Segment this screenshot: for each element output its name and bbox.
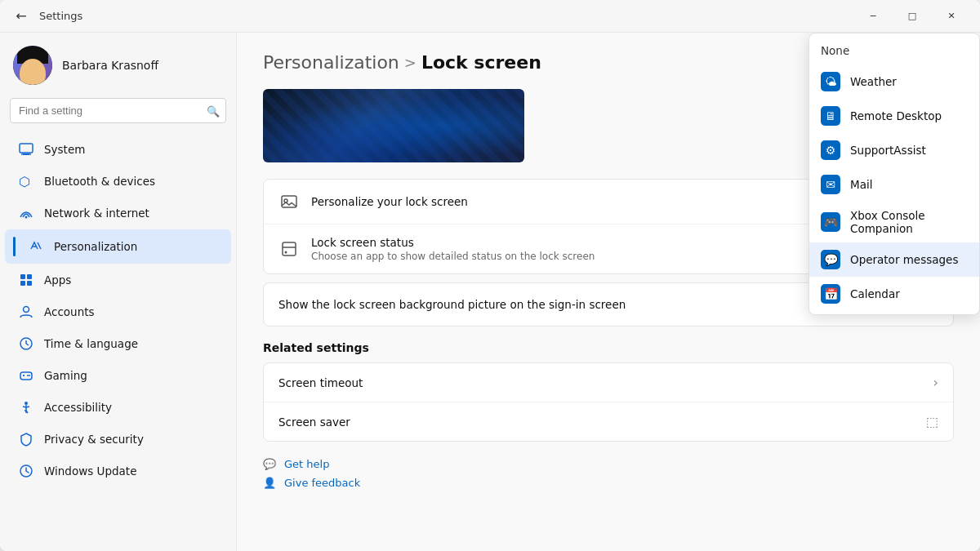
support-app-icon: ⚙ bbox=[821, 140, 840, 160]
svg-rect-10 bbox=[27, 281, 32, 286]
sidebar-item-system[interactable]: System bbox=[5, 134, 231, 165]
external-link-icon: ⬚ bbox=[926, 414, 938, 429]
sidebar-item-update[interactable]: Windows Update bbox=[5, 455, 231, 487]
svg-rect-25 bbox=[283, 242, 296, 256]
get-help-label: Get help bbox=[284, 458, 329, 470]
breadcrumb-current: Lock screen bbox=[421, 52, 541, 73]
window-title: Settings bbox=[39, 10, 82, 22]
screen-saver-row[interactable]: Screen saver ⬚ bbox=[264, 402, 953, 441]
sidebar-item-label: Network & internet bbox=[44, 207, 149, 220]
maximize-button[interactable]: □ bbox=[893, 3, 931, 29]
user-profile[interactable]: Barbara Krasnoff bbox=[0, 33, 236, 95]
svg-rect-0 bbox=[20, 144, 33, 153]
screen-timeout-title: Screen timeout bbox=[278, 376, 922, 389]
sidebar-item-network[interactable]: Network & internet bbox=[5, 198, 231, 229]
privacy-nav-icon bbox=[18, 431, 34, 447]
sidebar-item-label: System bbox=[44, 143, 85, 156]
mail-label: Mail bbox=[850, 178, 872, 191]
dropdown-remote[interactable]: 🖥 Remote Desktop bbox=[809, 99, 979, 133]
get-help-link[interactable]: 💬 Get help bbox=[263, 458, 954, 470]
help-links: 💬 Get help 👤 Give feedback bbox=[263, 458, 954, 489]
sidebar-item-apps[interactable]: Apps bbox=[5, 264, 231, 295]
signin-text: Show the lock screen background picture … bbox=[278, 298, 871, 311]
signin-title: Show the lock screen background picture … bbox=[278, 298, 871, 311]
settings-window: ← Settings − □ ✕ Barbara Krasnoff 🔍 bbox=[0, 0, 980, 551]
dropdown-mail[interactable]: ✉ Mail bbox=[809, 167, 979, 202]
bluetooth-nav-icon: ⬡ bbox=[18, 173, 34, 189]
update-nav-icon bbox=[18, 463, 34, 479]
sidebar-item-personalization[interactable]: Personalization bbox=[5, 229, 231, 264]
xbox-label: Xbox Console Companion bbox=[850, 209, 968, 235]
weather-label: Weather bbox=[850, 75, 897, 88]
xbox-app-icon: 🎮 bbox=[821, 212, 840, 232]
time-nav-icon bbox=[18, 335, 34, 352]
minimize-button[interactable]: − bbox=[854, 3, 892, 29]
close-button[interactable]: ✕ bbox=[933, 3, 970, 29]
svg-point-19 bbox=[29, 375, 30, 376]
breadcrumb-sep: > bbox=[404, 54, 416, 71]
window-controls: − □ ✕ bbox=[854, 3, 970, 29]
svg-line-6 bbox=[38, 242, 41, 249]
related-settings-label: Related settings bbox=[263, 341, 954, 354]
personalization-nav-icon bbox=[28, 238, 44, 255]
screen-saver-text: Screen saver bbox=[278, 415, 915, 429]
weather-app-icon: 🌤 bbox=[821, 72, 840, 91]
dropdown-calendar[interactable]: 📅 Calendar bbox=[809, 277, 979, 311]
sidebar-item-accounts[interactable]: Accounts bbox=[5, 296, 231, 327]
sidebar-item-label: Time & language bbox=[44, 337, 138, 350]
sidebar-item-label: Bluetooth & devices bbox=[44, 175, 155, 188]
svg-line-14 bbox=[26, 344, 29, 345]
dropdown-none[interactable]: None bbox=[809, 37, 979, 64]
sidebar-item-label: Personalization bbox=[54, 240, 137, 253]
screen-timeout-chevron: › bbox=[933, 375, 938, 390]
sidebar-item-label: Gaming bbox=[44, 369, 87, 382]
dropdown-menu: None 🌤 Weather 🖥 Remote Desktop ⚙ Suppor… bbox=[808, 33, 980, 315]
operator-app-icon: 💬 bbox=[821, 250, 840, 269]
dropdown-operator[interactable]: 💬 Operator messages bbox=[809, 242, 979, 277]
system-nav-icon bbox=[18, 141, 34, 158]
gaming-nav-icon bbox=[18, 367, 34, 384]
sidebar-item-label: Windows Update bbox=[44, 464, 136, 478]
svg-rect-9 bbox=[20, 281, 25, 286]
support-label: SupportAssist bbox=[850, 144, 926, 157]
svg-point-11 bbox=[24, 307, 29, 313]
related-card: Screen timeout › Screen saver ⬚ bbox=[263, 362, 954, 442]
dropdown-support[interactable]: ⚙ SupportAssist bbox=[809, 133, 979, 167]
search-input[interactable] bbox=[10, 98, 226, 123]
search-icon[interactable]: 🔍 bbox=[207, 104, 220, 117]
lock-screen-preview bbox=[263, 89, 524, 162]
feedback-icon: 👤 bbox=[263, 477, 276, 489]
dropdown-weather[interactable]: 🌤 Weather bbox=[809, 64, 979, 99]
sidebar-item-bluetooth[interactable]: ⬡ Bluetooth & devices bbox=[5, 166, 231, 197]
sidebar-item-accessibility[interactable]: Accessibility bbox=[5, 392, 231, 423]
personalize-icon bbox=[278, 191, 300, 212]
sidebar-item-label: Apps bbox=[44, 273, 71, 287]
sidebar-item-gaming[interactable]: Gaming bbox=[5, 360, 231, 391]
sidebar-item-label: Accounts bbox=[44, 305, 95, 318]
svg-text:⬡: ⬡ bbox=[19, 174, 30, 189]
remote-app-icon: 🖥 bbox=[821, 106, 840, 126]
lock-status-icon bbox=[278, 238, 300, 260]
dropdown-xbox[interactable]: 🎮 Xbox Console Companion bbox=[809, 202, 979, 242]
screen-timeout-row[interactable]: Screen timeout › bbox=[264, 363, 953, 402]
remote-label: Remote Desktop bbox=[850, 109, 942, 122]
nav-list: System ⬡ Bluetooth & devices Network & i… bbox=[0, 133, 236, 487]
svg-point-18 bbox=[27, 375, 29, 376]
calendar-app-icon: 📅 bbox=[821, 284, 840, 304]
operator-label: Operator messages bbox=[850, 253, 958, 266]
breadcrumb-parent: Personalization bbox=[263, 52, 399, 73]
svg-point-27 bbox=[285, 251, 287, 254]
screen-saver-title: Screen saver bbox=[278, 415, 915, 429]
back-button[interactable]: ← bbox=[10, 5, 33, 28]
give-feedback-link[interactable]: 👤 Give feedback bbox=[263, 477, 954, 489]
sidebar: Barbara Krasnoff 🔍 System ⬡ Bluetooth & … bbox=[0, 33, 237, 551]
svg-point-20 bbox=[24, 402, 28, 405]
sidebar-item-label: Privacy & security bbox=[44, 433, 144, 446]
svg-rect-8 bbox=[27, 274, 32, 279]
sidebar-item-privacy[interactable]: Privacy & security bbox=[5, 424, 231, 455]
sidebar-item-time[interactable]: Time & language bbox=[5, 328, 231, 359]
svg-rect-15 bbox=[20, 372, 32, 380]
apps-nav-icon bbox=[18, 272, 34, 288]
screen-saver-external: ⬚ bbox=[926, 414, 938, 429]
chevron-right-icon: › bbox=[933, 375, 938, 390]
